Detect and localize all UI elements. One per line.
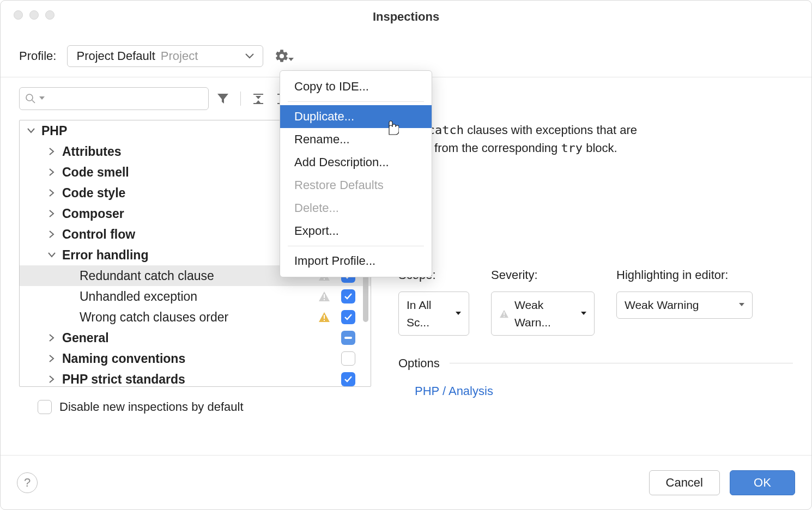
svg-rect-9: [324, 299, 325, 300]
desc-text: clauses with exceptions that are: [464, 123, 637, 137]
severity-label: Severity:: [491, 266, 595, 284]
inspection-checkbox[interactable]: [341, 310, 355, 324]
chevron-right-icon: [47, 375, 57, 383]
weak-warning-icon: [318, 291, 330, 302]
inspection-checkbox[interactable]: [341, 372, 355, 386]
menu-item-copy-to-ide[interactable]: Copy to IDE...: [280, 75, 432, 98]
desc-code: catch: [428, 123, 464, 137]
chevron-down-icon: [26, 128, 36, 133]
scope-select[interactable]: In All Sc...: [398, 292, 469, 336]
disable-new-row: Disable new inspections by default: [19, 387, 371, 414]
svg-rect-8: [324, 294, 325, 298]
tree-label: PHP: [41, 124, 67, 138]
svg-rect-13: [504, 312, 505, 315]
chevron-down-icon: [581, 312, 586, 315]
inspection-description: s the catch clauses with exceptions that…: [398, 121, 793, 157]
expand-all-icon[interactable]: [252, 93, 265, 105]
tree-label: Naming conventions: [62, 351, 185, 366]
tree-label: PHP strict standards: [62, 372, 185, 387]
filter-icon[interactable]: [216, 93, 229, 105]
tree-label: Composer: [62, 207, 124, 221]
tree-leaf-unhandled-exception[interactable]: Unhandled exception: [20, 286, 371, 307]
tree-label: Control flow: [62, 227, 135, 242]
chevron-right-icon: [47, 355, 57, 362]
tree-label: Error handling: [62, 248, 148, 263]
highlighting-select[interactable]: Weak Warning: [616, 292, 753, 319]
chevron-right-icon: [47, 210, 57, 217]
tree-label: Wrong catch clauses order: [80, 310, 228, 325]
chevron-right-icon: [47, 168, 57, 176]
tree-label: Unhandled exception: [80, 289, 197, 304]
options-link[interactable]: PHP / Analysis: [398, 382, 493, 400]
tree-label: Attributes: [62, 144, 122, 159]
help-button[interactable]: ?: [17, 472, 38, 493]
menu-item-duplicate[interactable]: Duplicate...: [280, 105, 432, 128]
tree-label: Redundant catch clause: [80, 269, 214, 283]
highlighting-label: Highlighting in editor:: [616, 266, 753, 284]
close-window-button[interactable]: [14, 10, 23, 20]
disable-new-checkbox[interactable]: [38, 400, 52, 414]
dialog-footer: ? Cancel OK: [1, 455, 811, 509]
svg-rect-12: [344, 337, 352, 339]
tree-label: General: [62, 331, 109, 345]
disable-new-label: Disable new inspections by default: [59, 400, 244, 414]
search-input[interactable]: [19, 87, 209, 110]
tree-label: Code smell: [62, 165, 129, 180]
inspection-checkbox[interactable]: [341, 289, 355, 303]
svg-line-1: [32, 100, 35, 103]
chevron-down-icon: [245, 53, 254, 59]
warning-icon: [318, 312, 330, 323]
severity-select[interactable]: Weak Warn...: [491, 292, 595, 336]
search-icon: [25, 93, 36, 104]
tree-group-general[interactable]: General: [20, 327, 371, 348]
svg-rect-14: [504, 316, 505, 317]
chevron-down-icon: [39, 96, 45, 101]
minimize-window-button[interactable]: [29, 10, 39, 20]
cancel-button[interactable]: Cancel: [649, 470, 720, 495]
tree-leaf-wrong-catch-order[interactable]: Wrong catch clauses order: [20, 307, 371, 327]
chevron-down-icon: [456, 312, 461, 315]
profile-label: Profile:: [19, 49, 56, 63]
chevron-down-icon: [47, 252, 57, 258]
svg-rect-10: [324, 315, 325, 319]
tree-group-naming-conventions[interactable]: Naming conventions: [20, 348, 371, 369]
zoom-window-button[interactable]: [45, 10, 54, 20]
menu-item-export[interactable]: Export...: [280, 220, 432, 242]
chevron-right-icon: [47, 230, 57, 238]
menu-item-restore-defaults: Restore Defaults: [280, 174, 432, 197]
ok-button[interactable]: OK: [730, 470, 795, 495]
severity-value: Weak Warn...: [514, 296, 575, 331]
inspection-checkbox[interactable]: [341, 351, 355, 366]
menu-item-rename[interactable]: Rename...: [280, 128, 432, 151]
chevron-right-icon: [47, 148, 57, 155]
profile-select[interactable]: Project Default Project: [67, 45, 263, 67]
search-field[interactable]: [48, 92, 203, 106]
toolbar-divider: [240, 92, 241, 106]
profile-scope: Project: [161, 49, 198, 63]
cancel-label: Cancel: [666, 476, 703, 490]
titlebar: Inspections: [1, 1, 811, 33]
menu-item-add-description[interactable]: Add Description...: [280, 151, 432, 174]
profile-gear-menu: Copy to IDE... Duplicate... Rename... Ad…: [280, 70, 432, 277]
scope-value: In All Sc...: [407, 296, 450, 331]
right-panel: s the catch clauses with exceptions that…: [371, 77, 811, 426]
options-title: Options: [398, 354, 440, 372]
svg-rect-7: [324, 278, 325, 280]
inspection-checkbox[interactable]: [341, 331, 355, 345]
profile-selected: Project Default: [76, 49, 155, 63]
menu-item-delete: Delete...: [280, 197, 432, 220]
window-controls: [14, 10, 54, 20]
tree-group-php-strict[interactable]: PHP strict standards: [20, 369, 371, 387]
options-section-header: Options: [398, 354, 793, 372]
menu-item-import-profile[interactable]: Import Profile...: [280, 250, 432, 272]
profile-gear-button[interactable]: [274, 48, 294, 64]
svg-rect-11: [324, 320, 325, 321]
ok-label: OK: [754, 476, 771, 490]
chevron-down-icon: [739, 303, 744, 307]
tree-label: Code style: [62, 186, 125, 201]
dialog-title: Inspections: [373, 10, 439, 24]
chevron-right-icon: [47, 334, 57, 342]
scrollbar-thumb[interactable]: [363, 273, 368, 322]
pointer-cursor-icon: [385, 119, 399, 136]
desc-text: block.: [583, 141, 617, 155]
